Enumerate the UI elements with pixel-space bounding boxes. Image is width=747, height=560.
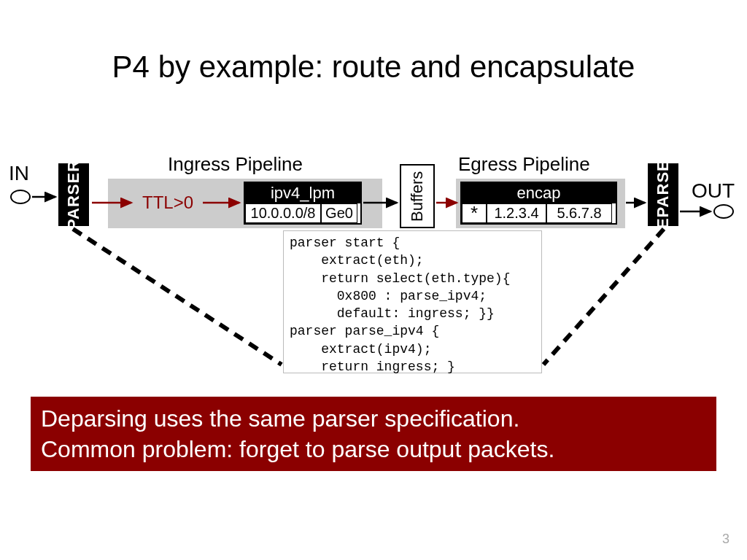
table-row: 10.0.0.0/8 Ge0 <box>245 203 360 223</box>
deparser-block: DEPARSER <box>648 163 678 226</box>
parser-code-snippet: parser start { extract(eth); return sele… <box>283 230 542 373</box>
ipv4-lpm-table: ipv4_lpm 10.0.0.0/8 Ge0 <box>244 182 362 225</box>
svg-line-7 <box>73 229 282 365</box>
out-label: OUT <box>692 179 735 203</box>
in-port-icon <box>10 190 31 204</box>
callout-line-1: Deparsing uses the same parser specifica… <box>41 404 706 435</box>
parser-block: PARSER <box>58 163 89 226</box>
egress-pipeline-label: Egress Pipeline <box>458 153 590 176</box>
encap-src-cell: 1.2.3.4 <box>487 203 546 223</box>
slide-title: P4 by example: route and encapsulate <box>0 50 747 85</box>
callout-box: Deparsing uses the same parser specifica… <box>31 397 716 471</box>
page-number: 3 <box>722 532 729 547</box>
ttl-condition: TTL>0 <box>142 192 193 213</box>
ipv4-prefix-cell: 10.0.0.0/8 <box>245 203 321 223</box>
ingress-pipeline-label: Ingress Pipeline <box>168 153 303 176</box>
ipv4-port-cell: Ge0 <box>321 203 357 223</box>
encap-table-header: encap <box>462 183 616 203</box>
out-port-icon <box>713 204 734 219</box>
callout-line-2: Common problem: forget to parse output p… <box>41 435 706 465</box>
encap-dst-cell: 5.6.7.8 <box>546 203 612 223</box>
buffers-block: Buffers <box>400 164 435 228</box>
in-label: IN <box>9 162 29 185</box>
encap-wildcard-cell: * <box>462 203 487 223</box>
encap-table: encap * 1.2.3.4 5.6.7.8 <box>460 182 617 225</box>
table-row: * 1.2.3.4 5.6.7.8 <box>462 203 616 223</box>
svg-line-8 <box>543 229 664 365</box>
ipv4-table-header: ipv4_lpm <box>245 183 360 203</box>
